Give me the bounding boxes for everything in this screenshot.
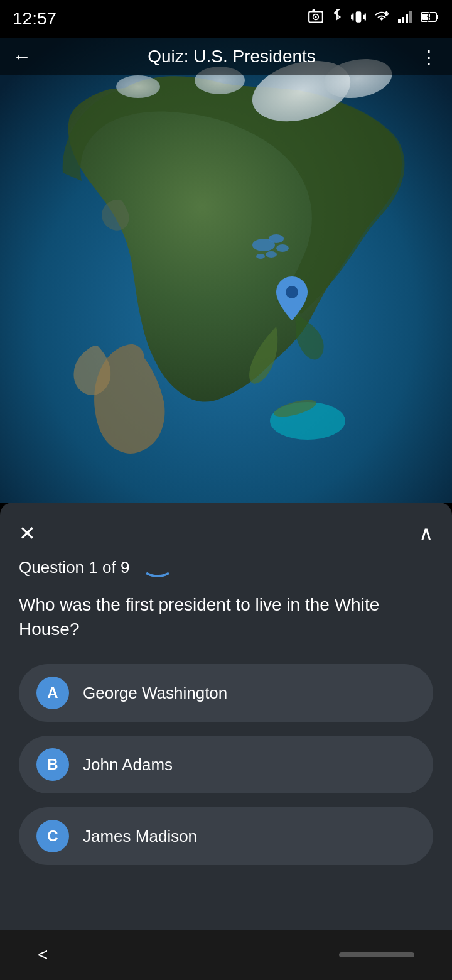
location-pin — [276, 276, 308, 320]
quiz-panel: ✕ ∧ Question 1 of 9 Who was the first pr… — [0, 503, 452, 942]
option-letter-c: C — [47, 827, 58, 845]
more-button[interactable]: ⋮ — [419, 46, 439, 68]
question-meta: Question 1 of 9 — [19, 558, 433, 577]
option-text-c: James Madison — [83, 827, 197, 846]
svg-point-29 — [286, 286, 298, 298]
svg-rect-4 — [356, 11, 362, 22]
svg-rect-7 — [402, 17, 404, 23]
map-background — [0, 38, 452, 503]
map-header: ← Quiz: U.S. Presidents ⋮ — [0, 38, 452, 75]
svg-rect-1 — [313, 9, 315, 11]
option-text-a: George Washington — [83, 683, 227, 703]
header-title: Quiz: U.S. Presidents — [44, 46, 419, 67]
close-button[interactable]: ✕ — [19, 521, 36, 545]
panel-controls: ✕ ∧ — [19, 521, 433, 545]
svg-point-24 — [276, 244, 289, 252]
svg-point-21 — [116, 75, 160, 98]
question-text: Who was the first president to live in t… — [19, 592, 433, 641]
option-circle-c: C — [36, 820, 69, 852]
answer-option-b[interactable]: B John Adams — [19, 736, 433, 793]
svg-rect-9 — [409, 11, 412, 23]
status-time: 12:57 — [13, 9, 56, 29]
nav-back-button[interactable]: < — [38, 945, 48, 965]
vibrate-icon — [350, 9, 367, 29]
option-letter-b: B — [47, 756, 58, 773]
option-circle-b: B — [36, 748, 69, 781]
collapse-button[interactable]: ∧ — [419, 521, 433, 545]
svg-rect-11 — [436, 15, 438, 19]
map-svg — [0, 38, 452, 503]
screenshot-icon — [308, 9, 324, 29]
loading-indicator — [142, 558, 173, 577]
signal-icon — [397, 9, 414, 29]
option-circle-a: A — [36, 677, 69, 709]
status-bar: 12:57 — [0, 0, 452, 38]
option-letter-a: A — [47, 684, 58, 702]
svg-point-26 — [256, 254, 265, 259]
svg-point-3 — [315, 16, 316, 18]
answer-option-a[interactable]: A George Washington — [19, 664, 433, 722]
back-button[interactable]: ← — [13, 46, 31, 67]
nav-bar: < — [0, 930, 452, 980]
bluetooth-icon — [330, 9, 344, 29]
svg-point-25 — [266, 251, 277, 258]
svg-point-23 — [269, 234, 284, 243]
svg-rect-6 — [398, 19, 401, 23]
svg-rect-8 — [406, 14, 408, 23]
answer-option-c[interactable]: C James Madison — [19, 807, 433, 865]
option-text-b: John Adams — [83, 755, 173, 775]
question-count: Question 1 of 9 — [19, 558, 129, 577]
wifi-icon — [373, 9, 390, 29]
status-icons — [308, 9, 439, 29]
nav-pill — [339, 952, 414, 957]
map-container — [0, 38, 452, 503]
battery-icon — [421, 9, 439, 29]
